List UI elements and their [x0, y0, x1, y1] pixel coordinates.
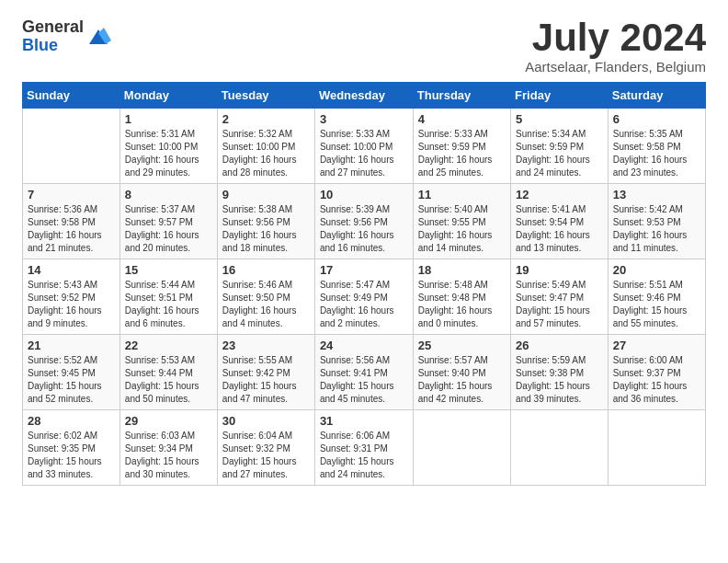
calendar-cell: 31Sunrise: 6:06 AM Sunset: 9:31 PM Dayli…	[314, 410, 413, 486]
calendar-cell: 23Sunrise: 5:55 AM Sunset: 9:42 PM Dayli…	[217, 335, 314, 410]
weekday-header-thursday: Thursday	[413, 83, 510, 109]
day-number: 4	[418, 112, 506, 126]
calendar-week-3: 21Sunrise: 5:52 AM Sunset: 9:45 PM Dayli…	[23, 335, 706, 410]
day-info: Sunrise: 5:38 AM Sunset: 9:56 PM Dayligh…	[222, 203, 310, 255]
day-info: Sunrise: 5:36 AM Sunset: 9:58 PM Dayligh…	[28, 203, 115, 255]
day-info: Sunrise: 5:46 AM Sunset: 9:50 PM Dayligh…	[222, 279, 310, 330]
day-number: 13	[613, 188, 700, 201]
day-number: 12	[516, 188, 603, 201]
day-info: Sunrise: 5:37 AM Sunset: 9:57 PM Dayligh…	[125, 203, 212, 255]
calendar-week-2: 14Sunrise: 5:43 AM Sunset: 9:52 PM Dayli…	[23, 259, 706, 335]
calendar-cell	[511, 410, 609, 486]
calendar-cell: 1Sunrise: 5:31 AM Sunset: 10:00 PM Dayli…	[119, 109, 217, 184]
day-info: Sunrise: 5:53 AM Sunset: 9:44 PM Dayligh…	[125, 354, 212, 406]
day-number: 10	[320, 188, 408, 201]
calendar-header: SundayMondayTuesdayWednesdayThursdayFrid…	[23, 83, 706, 109]
weekday-header-tuesday: Tuesday	[217, 83, 314, 109]
calendar-cell: 27Sunrise: 6:00 AM Sunset: 9:37 PM Dayli…	[608, 335, 705, 410]
calendar-cell: 12Sunrise: 5:41 AM Sunset: 9:54 PM Dayli…	[511, 184, 609, 259]
day-number: 24	[320, 339, 408, 352]
calendar-week-0: 1Sunrise: 5:31 AM Sunset: 10:00 PM Dayli…	[23, 109, 706, 184]
weekday-header-wednesday: Wednesday	[314, 83, 413, 109]
day-info: Sunrise: 6:03 AM Sunset: 9:34 PM Dayligh…	[125, 430, 212, 481]
day-info: Sunrise: 6:04 AM Sunset: 9:32 PM Dayligh…	[222, 430, 310, 481]
day-number: 20	[613, 263, 700, 277]
calendar-cell: 17Sunrise: 5:47 AM Sunset: 9:49 PM Dayli…	[314, 259, 413, 335]
calendar-cell: 10Sunrise: 5:39 AM Sunset: 9:56 PM Dayli…	[314, 184, 413, 259]
day-number: 27	[613, 339, 700, 352]
calendar-cell: 14Sunrise: 5:43 AM Sunset: 9:52 PM Dayli…	[23, 259, 120, 335]
day-number: 15	[125, 263, 212, 277]
calendar-body: 1Sunrise: 5:31 AM Sunset: 10:00 PM Dayli…	[23, 109, 706, 486]
day-info: Sunrise: 5:48 AM Sunset: 9:48 PM Dayligh…	[418, 279, 506, 330]
day-info: Sunrise: 5:35 AM Sunset: 9:58 PM Dayligh…	[613, 128, 700, 179]
calendar-cell: 13Sunrise: 5:42 AM Sunset: 9:53 PM Dayli…	[608, 184, 705, 259]
day-info: Sunrise: 5:55 AM Sunset: 9:42 PM Dayligh…	[222, 354, 310, 406]
day-info: Sunrise: 5:47 AM Sunset: 9:49 PM Dayligh…	[320, 279, 408, 330]
day-info: Sunrise: 5:33 AM Sunset: 10:00 PM Daylig…	[320, 128, 408, 179]
day-number: 28	[28, 414, 115, 428]
calendar-table: SundayMondayTuesdayWednesdayThursdayFrid…	[22, 82, 706, 486]
day-number: 1	[125, 112, 212, 126]
page-header: General Blue July 2024 Aartselaar, Fland…	[22, 18, 706, 75]
day-info: Sunrise: 5:57 AM Sunset: 9:40 PM Dayligh…	[418, 354, 506, 406]
day-info: Sunrise: 5:41 AM Sunset: 9:54 PM Dayligh…	[516, 203, 603, 255]
calendar-cell: 28Sunrise: 6:02 AM Sunset: 9:35 PM Dayli…	[23, 410, 120, 486]
calendar-cell: 8Sunrise: 5:37 AM Sunset: 9:57 PM Daylig…	[119, 184, 217, 259]
day-number: 6	[613, 112, 700, 126]
calendar-cell: 25Sunrise: 5:57 AM Sunset: 9:40 PM Dayli…	[413, 335, 510, 410]
day-number: 9	[222, 188, 310, 201]
weekday-header-sunday: Sunday	[23, 83, 120, 109]
logo-general: General	[22, 18, 84, 37]
calendar-cell: 24Sunrise: 5:56 AM Sunset: 9:41 PM Dayli…	[314, 335, 413, 410]
day-number: 8	[125, 188, 212, 201]
day-info: Sunrise: 5:31 AM Sunset: 10:00 PM Daylig…	[125, 128, 212, 179]
day-number: 17	[320, 263, 408, 277]
calendar-cell	[23, 109, 120, 184]
title-block: July 2024 Aartselaar, Flanders, Belgium	[525, 18, 706, 75]
day-info: Sunrise: 5:43 AM Sunset: 9:52 PM Dayligh…	[28, 279, 115, 330]
calendar-cell: 11Sunrise: 5:40 AM Sunset: 9:55 PM Dayli…	[413, 184, 510, 259]
calendar-cell: 16Sunrise: 5:46 AM Sunset: 9:50 PM Dayli…	[217, 259, 314, 335]
month-title: July 2024	[525, 18, 706, 57]
calendar-cell	[413, 410, 510, 486]
day-info: Sunrise: 6:06 AM Sunset: 9:31 PM Dayligh…	[320, 430, 408, 481]
calendar-week-1: 7Sunrise: 5:36 AM Sunset: 9:58 PM Daylig…	[23, 184, 706, 259]
calendar-cell	[608, 410, 705, 486]
day-number: 29	[125, 414, 212, 428]
calendar-cell: 4Sunrise: 5:33 AM Sunset: 9:59 PM Daylig…	[413, 109, 510, 184]
day-number: 22	[125, 339, 212, 352]
calendar-cell: 19Sunrise: 5:49 AM Sunset: 9:47 PM Dayli…	[511, 259, 609, 335]
calendar-cell: 2Sunrise: 5:32 AM Sunset: 10:00 PM Dayli…	[217, 109, 314, 184]
day-info: Sunrise: 5:32 AM Sunset: 10:00 PM Daylig…	[222, 128, 310, 179]
day-info: Sunrise: 5:56 AM Sunset: 9:41 PM Dayligh…	[320, 354, 408, 406]
day-number: 3	[320, 112, 408, 126]
logo: General Blue	[22, 18, 111, 55]
day-info: Sunrise: 5:51 AM Sunset: 9:46 PM Dayligh…	[613, 279, 700, 330]
calendar-cell: 6Sunrise: 5:35 AM Sunset: 9:58 PM Daylig…	[608, 109, 705, 184]
day-number: 19	[516, 263, 603, 277]
day-number: 16	[222, 263, 310, 277]
day-info: Sunrise: 6:00 AM Sunset: 9:37 PM Dayligh…	[613, 354, 700, 406]
weekday-header-friday: Friday	[511, 83, 609, 109]
day-number: 26	[516, 339, 603, 352]
logo-icon	[85, 24, 111, 50]
day-info: Sunrise: 6:02 AM Sunset: 9:35 PM Dayligh…	[28, 430, 115, 481]
calendar-cell: 29Sunrise: 6:03 AM Sunset: 9:34 PM Dayli…	[119, 410, 217, 486]
day-number: 30	[222, 414, 310, 428]
day-number: 21	[28, 339, 115, 352]
day-number: 23	[222, 339, 310, 352]
day-info: Sunrise: 5:39 AM Sunset: 9:56 PM Dayligh…	[320, 203, 408, 255]
location: Aartselaar, Flanders, Belgium	[525, 59, 706, 75]
weekday-header-monday: Monday	[119, 83, 217, 109]
day-number: 25	[418, 339, 506, 352]
calendar-cell: 5Sunrise: 5:34 AM Sunset: 9:59 PM Daylig…	[511, 109, 609, 184]
day-number: 7	[28, 188, 115, 201]
logo-text: General Blue	[22, 18, 84, 55]
day-info: Sunrise: 5:52 AM Sunset: 9:45 PM Dayligh…	[28, 354, 115, 406]
calendar-cell: 30Sunrise: 6:04 AM Sunset: 9:32 PM Dayli…	[217, 410, 314, 486]
logo-blue: Blue	[22, 37, 84, 55]
calendar-cell: 26Sunrise: 5:59 AM Sunset: 9:38 PM Dayli…	[511, 335, 609, 410]
day-number: 31	[320, 414, 408, 428]
weekday-header-saturday: Saturday	[608, 83, 705, 109]
